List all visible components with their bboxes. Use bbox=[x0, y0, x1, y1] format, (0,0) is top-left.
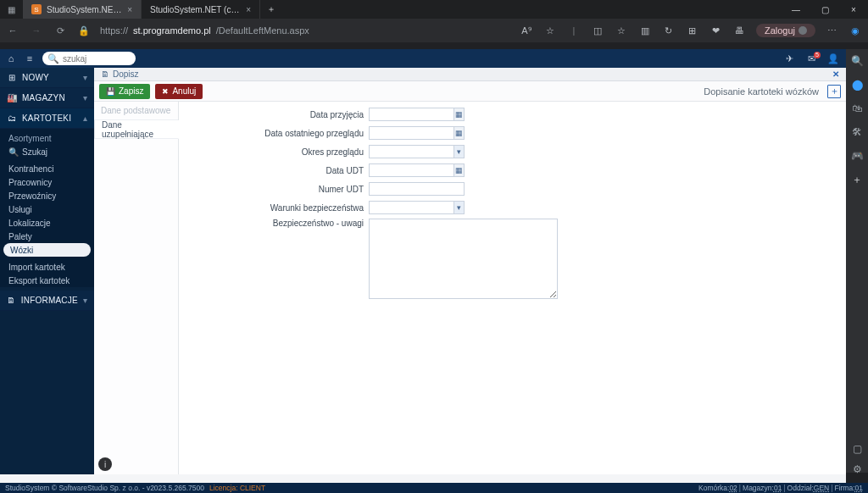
browser-tab-0[interactable]: S StudioSystem.NET (c) SoftwareS × bbox=[23, 0, 142, 19]
mail-icon[interactable]: ✉5 bbox=[804, 53, 819, 64]
nav-item-eksport[interactable]: Eksport kartotek bbox=[0, 274, 94, 287]
cancel-label: Anuluj bbox=[172, 86, 196, 96]
edge-games-icon[interactable]: 🎮 bbox=[850, 149, 864, 163]
status-komorka-value[interactable]: 02 bbox=[729, 484, 737, 492]
field-numer-udt[interactable] bbox=[370, 183, 464, 195]
select-okres-przegladu[interactable]: ▾ bbox=[369, 145, 465, 158]
performance-icon[interactable]: ❤ bbox=[709, 25, 724, 36]
login-pill[interactable]: Zaloguj bbox=[756, 24, 815, 37]
input-data-ost-przegladu[interactable]: ▦ bbox=[369, 126, 465, 140]
read-aloud-icon[interactable]: A⁹ bbox=[519, 25, 534, 36]
close-icon[interactable]: × bbox=[246, 5, 251, 14]
select-warunki[interactable]: ▾ bbox=[369, 201, 465, 214]
collections-icon[interactable]: ▥ bbox=[637, 25, 653, 36]
new-tab-button[interactable]: ＋ bbox=[260, 0, 282, 19]
nav-item-asortyment[interactable]: Asortyment bbox=[0, 132, 94, 145]
textarea-bezp-uwagi[interactable] bbox=[369, 219, 558, 299]
section-label: NOWY bbox=[22, 73, 49, 82]
nav-item-pracownicy[interactable]: Pracownicy bbox=[0, 175, 94, 189]
send-icon[interactable]: ✈ bbox=[782, 53, 797, 64]
info-float-button[interactable]: i bbox=[98, 457, 112, 471]
refresh-button[interactable]: ⟳ bbox=[53, 25, 68, 36]
address-url[interactable]: https://st.programdemo.pl/DefaultLeftMen… bbox=[100, 25, 309, 36]
edge-chat-icon[interactable]: ⬤ bbox=[850, 78, 864, 91]
home-icon[interactable]: ⌂ bbox=[5, 53, 17, 64]
field-data-ost-przegladu[interactable] bbox=[370, 127, 453, 139]
form-area: Dane podstawowe Dane uzupełniające Data … bbox=[94, 102, 846, 474]
maximize-button[interactable]: ▢ bbox=[810, 0, 839, 19]
nav-item-kontrahenci[interactable]: Kontrahenci bbox=[0, 162, 94, 175]
copilot-icon[interactable]: ◉ bbox=[848, 25, 863, 36]
minimize-button[interactable]: ― bbox=[782, 0, 810, 19]
browser-tab-1[interactable]: StudioSystem.NET (c) SoftwareS × bbox=[142, 0, 260, 19]
cancel-icon: ✖ bbox=[162, 87, 169, 96]
nav-item-palety[interactable]: Palety bbox=[0, 230, 94, 243]
date-picker-icon[interactable]: ▦ bbox=[453, 108, 464, 120]
date-picker-icon[interactable]: ▦ bbox=[453, 127, 464, 139]
print-icon[interactable]: 🖶 bbox=[732, 25, 748, 36]
nav-item-przewoznicy[interactable]: Przewoźnicy bbox=[0, 189, 94, 202]
nav-item-lokalizacje[interactable]: Lokalizacje bbox=[0, 216, 94, 230]
label-numer-udt: Numer UDT bbox=[187, 185, 369, 194]
tab-dane-uzupelniajace[interactable]: Dane uzupełniające bbox=[94, 120, 179, 139]
section-label: MAGAZYN bbox=[22, 93, 65, 102]
section-informacje[interactable]: 🗎 INFORMACJE ▾ bbox=[0, 291, 94, 311]
app-search[interactable]: 🔍 bbox=[42, 52, 136, 65]
favorite-icon[interactable]: ☆ bbox=[542, 25, 558, 36]
status-oddzial-value[interactable]: GEN bbox=[814, 484, 829, 492]
status-firma-value[interactable]: 01 bbox=[855, 484, 863, 492]
edge-settings-icon[interactable]: ⚙ bbox=[850, 463, 864, 475]
label-data-przyjecia: Data przyjęcia bbox=[187, 110, 369, 119]
site-info-icon[interactable]: 🔒 bbox=[76, 25, 92, 36]
chevron-down-icon[interactable]: ▾ bbox=[453, 202, 464, 213]
nav-item-uslugi[interactable]: Usługi bbox=[0, 202, 94, 216]
close-window-button[interactable]: × bbox=[839, 0, 868, 19]
edge-shopping-icon[interactable]: 🛍 bbox=[850, 102, 864, 115]
document-icon: 🗎 bbox=[7, 296, 16, 305]
status-oddzial-label: Oddział: bbox=[787, 484, 814, 492]
url-host: st.programdemo.pl bbox=[133, 25, 211, 36]
favorites-bar-icon[interactable]: ☆ bbox=[614, 25, 629, 36]
field-data-przyjecia[interactable] bbox=[370, 108, 453, 120]
chevron-down-icon[interactable]: ▾ bbox=[453, 146, 464, 158]
more-menu-button[interactable]: ⋯ bbox=[824, 25, 839, 36]
extensions-icon[interactable]: ⊞ bbox=[685, 25, 700, 36]
search-input[interactable] bbox=[63, 54, 131, 64]
input-data-udt[interactable]: ▦ bbox=[369, 163, 465, 177]
edge-add-app-button[interactable]: ＋ bbox=[850, 173, 864, 186]
section-kartoteki[interactable]: 🗂 KARTOTEKI ▴ bbox=[0, 108, 94, 129]
edge-search-icon[interactable]: 🔍 bbox=[850, 54, 864, 68]
field-okres-przegladu[interactable] bbox=[370, 146, 453, 158]
back-button[interactable]: ← bbox=[5, 25, 20, 36]
crumb-label: Dopisz bbox=[113, 69, 139, 79]
split-screen-icon[interactable]: ◫ bbox=[590, 25, 605, 36]
status-left: StudioSystem © SoftwareStudio Sp. z o.o.… bbox=[5, 484, 204, 492]
status-magazyn-value[interactable]: 01 bbox=[774, 484, 782, 492]
section-magazyn[interactable]: 🏭 MAGAZYN ▾ bbox=[0, 88, 94, 108]
close-icon[interactable]: × bbox=[127, 5, 132, 14]
input-numer-udt[interactable] bbox=[369, 182, 465, 196]
input-data-przyjecia[interactable]: ▦ bbox=[369, 108, 465, 121]
nav-item-szukaj[interactable]: 🔍 Szukaj bbox=[0, 145, 94, 158]
user-icon[interactable]: 👤 bbox=[826, 53, 841, 64]
tab-dane-podstawowe[interactable]: Dane podstawowe bbox=[94, 102, 178, 120]
section-nowy[interactable]: ⊞ NOWY ▾ bbox=[0, 68, 94, 88]
close-panel-button[interactable]: ✕ bbox=[832, 69, 839, 79]
edge-tools-icon[interactable]: 🛠 bbox=[850, 125, 864, 139]
edge-hide-sidebar-icon[interactable]: ▢ bbox=[850, 443, 864, 455]
insert-new-button[interactable]: ＋ bbox=[827, 85, 841, 98]
date-picker-icon[interactable]: ▦ bbox=[453, 164, 464, 176]
field-data-udt[interactable] bbox=[370, 164, 453, 176]
menu-icon[interactable]: ≡ bbox=[24, 53, 36, 64]
status-magazyn-label: Magazyn: bbox=[743, 484, 774, 492]
nav-item-wozki[interactable]: Wózki bbox=[3, 243, 91, 257]
tab-list-button[interactable]: ▦ bbox=[0, 0, 23, 19]
form-fields: Data przyjęcia ▦ Data ostatniego przeglą… bbox=[179, 102, 846, 474]
cancel-button[interactable]: ✖ Anuluj bbox=[155, 84, 203, 99]
field-warunki[interactable] bbox=[370, 202, 453, 213]
plus-box-icon: ⊞ bbox=[7, 73, 17, 82]
nav-item-import[interactable]: Import kartotek bbox=[0, 260, 94, 274]
history-icon[interactable]: ↻ bbox=[661, 25, 676, 36]
forward-button[interactable]: → bbox=[29, 25, 44, 36]
save-button[interactable]: 💾 Zapisz bbox=[99, 84, 150, 99]
